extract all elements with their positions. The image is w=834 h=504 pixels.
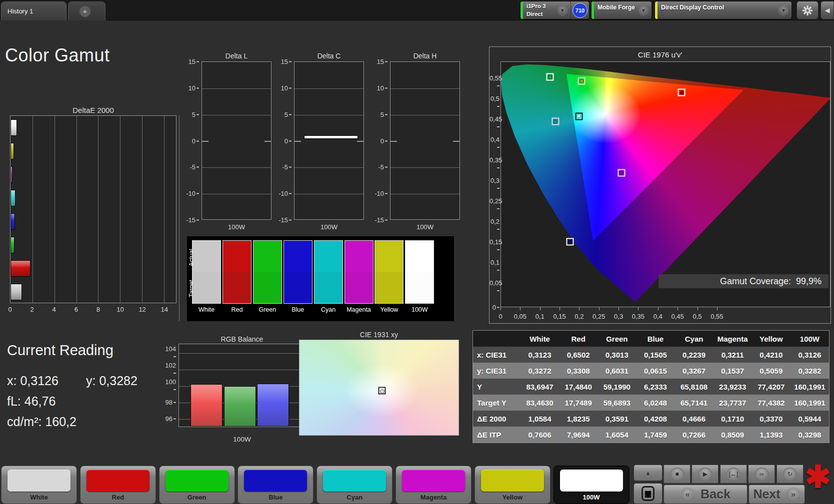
cie-marker-magenta: [618, 169, 625, 177]
patch-button-magenta[interactable]: Magenta: [396, 466, 472, 504]
delta-l-x-label: 100W: [202, 223, 272, 231]
delta-c-plot: [294, 61, 364, 220]
patch-label: Green: [160, 494, 234, 501]
patch-button-blue[interactable]: Blue: [238, 466, 314, 504]
collapse-panel-button[interactable]: ◀: [820, 1, 834, 19]
patch-label: Blue: [238, 494, 313, 501]
deltae-x-tick: 10: [116, 306, 124, 313]
chevron-left-icon: ◀: [825, 6, 830, 14]
patch-swatch: [481, 470, 544, 492]
range-button[interactable]: [↔]: [720, 465, 747, 484]
table-row: Y83,694717,484059,19906,233365,810823,92…: [473, 379, 829, 395]
new-tab-button[interactable]: +: [68, 1, 106, 20]
back-button[interactable]: « Back: [664, 485, 748, 504]
table-row-label: Y: [473, 383, 520, 391]
patch-button-white[interactable]: White: [1, 466, 77, 504]
swatch-target: [314, 272, 342, 304]
swatch-target: [192, 272, 220, 304]
swatch-actual: [223, 241, 251, 272]
next-button[interactable]: Next »: [748, 485, 805, 504]
patch-label: Red: [80, 494, 156, 501]
deltae-bar-blue: [10, 213, 15, 230]
table-cell: 0,6502: [559, 351, 598, 359]
cie-marker-blue: [566, 238, 574, 245]
delta-l-title: Delta L: [202, 52, 272, 60]
patch-button-green[interactable]: Green: [159, 466, 235, 504]
cie-marker-red: [678, 89, 686, 96]
delta-y-tick: -15: [276, 216, 292, 224]
patch-button-yellow[interactable]: Yellow: [474, 466, 550, 504]
cie1931-marker: [378, 387, 386, 394]
cie1976-panel: CIE 1976 u'v' Gamut Coverage: 99,9% 00,0…: [489, 46, 831, 324]
deltae-x-tick: 12: [138, 306, 146, 313]
table-col-header: Yellow: [752, 335, 790, 343]
settings-button[interactable]: [796, 1, 818, 19]
cie-x-tick: 0,35: [632, 313, 644, 320]
window-icon: [642, 486, 654, 501]
delta-gridline: [294, 194, 364, 194]
table-cell: 0,5059: [752, 367, 790, 375]
gamut-coverage-box: Gamut Coverage: 99,9%: [658, 274, 828, 288]
patch-label: White: [2, 494, 76, 501]
cie-x-tick: 0,1: [536, 313, 544, 320]
gear-icon: [802, 5, 813, 16]
cie1976-plot: [500, 61, 830, 307]
patch-button-cyan[interactable]: Cyan: [316, 466, 392, 504]
stop-button[interactable]: ■: [664, 465, 690, 484]
patch-label: 100W: [554, 494, 629, 501]
deltae-x-tick: 0: [8, 306, 12, 313]
zero-tick: [264, 141, 271, 142]
deltae-bar-row: [10, 116, 176, 139]
cie-y-tick: 0,15: [490, 238, 500, 253]
deltae2000-chart: [10, 115, 176, 303]
patch-button-red[interactable]: Red: [80, 466, 156, 504]
delta-y-tick: -10: [372, 190, 388, 197]
cie-axis-tick: [599, 307, 600, 310]
table-col-header: Cyan: [675, 335, 714, 343]
table-cell: 0,2239: [675, 351, 714, 359]
meter-dropdown[interactable]: X-Rite i1Pro 3 Direct View ▼ 710: [520, 1, 589, 19]
table-cell: 0,1537: [714, 367, 752, 375]
patch-button-100w[interactable]: 100W: [554, 466, 630, 504]
deltae-bar-row: [10, 233, 176, 257]
deltae-bar-row: [10, 186, 176, 210]
chevrons-right-icon: »: [786, 488, 800, 502]
reading-cdm2: cd/m²: 160,2: [7, 415, 76, 429]
source-dropdown[interactable]: Mobile Forge ▼: [592, 1, 652, 19]
table-cell: 0,4666: [675, 415, 714, 423]
loop-button[interactable]: ∞: [748, 465, 775, 484]
cie-axis-tick: [500, 307, 501, 310]
swatch-yellow: [375, 241, 403, 303]
delta-y-tick: -10: [276, 190, 292, 197]
table-cell: 0,3123: [520, 351, 559, 359]
swatch-target: [375, 272, 403, 304]
table-cell: 0,3591: [598, 415, 636, 423]
back-label: Back: [700, 487, 730, 502]
deltae-x-tick: 2: [30, 306, 34, 313]
display-control-dropdown[interactable]: Direct Display Control ▼: [655, 1, 792, 19]
scroll-up-button[interactable]: ▲: [634, 465, 662, 481]
deltae-bar-row: [10, 163, 176, 186]
table-cell: 83,4630: [520, 399, 559, 407]
patch-swatch: [166, 470, 228, 492]
cie-y-tick: 0,55: [490, 74, 500, 89]
cie-y-tick: 0,25: [490, 197, 500, 212]
patch-label: Yellow: [475, 494, 550, 501]
play-button[interactable]: ▶: [692, 465, 718, 484]
window-mode-button[interactable]: [634, 483, 662, 504]
cie-axis-tick: [678, 307, 678, 310]
delta-l-plot: [202, 61, 272, 220]
meter-port-badge[interactable]: 710: [572, 3, 588, 18]
table-cell: 59,1990: [598, 383, 636, 391]
cie-marker-white: [575, 112, 582, 120]
refresh-button[interactable]: ↻: [776, 465, 804, 484]
table-row-label: ΔE ITP: [473, 431, 520, 439]
history-tab[interactable]: History 1: [1, 1, 66, 20]
delta-gridline: [202, 115, 271, 115]
swatch-white: [192, 241, 220, 303]
delta-c-chart: Delta C 100W 151050-5-10-15: [276, 61, 364, 236]
cie1976-title: CIE 1976 u'v': [490, 50, 830, 59]
stop-icon: ■: [670, 468, 684, 481]
delta-h-x-label: 100W: [390, 223, 460, 231]
cie-y-tick: 0,1: [490, 259, 500, 274]
